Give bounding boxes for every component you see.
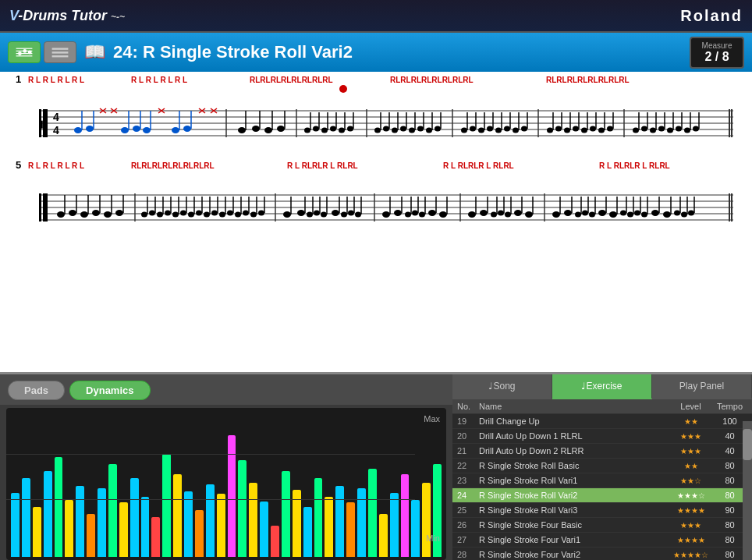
svg-point-158 (69, 210, 76, 216)
svg-point-233 (439, 211, 447, 218)
svg-point-91 (461, 128, 467, 133)
list-item[interactable]: 21 Drill Auto Up Down 2 RLRR ★★★ 40 (452, 444, 752, 459)
list-item[interactable]: 22 R Single Stroke Roll Basic ★★ 80 (452, 459, 752, 473)
svg-point-261 (598, 210, 606, 216)
view-tabs (8, 41, 76, 63)
scrollbar[interactable] (743, 421, 752, 560)
svg-point-133 (667, 128, 673, 133)
svg-point-67 (330, 126, 336, 132)
pads-tab[interactable]: Pads (8, 381, 65, 400)
svg-point-277 (674, 211, 680, 216)
svg-point-202 (283, 211, 291, 218)
svg-point-164 (104, 211, 112, 218)
svg-point-84 (417, 126, 424, 132)
song-name: Drill Auto Up Down 1 RLRL (479, 431, 669, 441)
list-item[interactable]: 19 Drill Change Up ★★ 100 (452, 414, 752, 429)
list-item[interactable]: 24 R Single Stroke Roll Vari2 ★★★☆ 80 (452, 488, 752, 503)
svg-point-281 (688, 211, 694, 216)
svg-point-56 (264, 127, 272, 133)
svg-point-80 (400, 126, 406, 132)
list-item[interactable]: 28 R Single Stroke Four Vari2 ★★★★☆ 80 (452, 548, 752, 558)
song-level: ★★★ (669, 432, 712, 441)
song-name: R Single Stroke Four Vari1 (479, 535, 669, 544)
chart-bar (184, 491, 193, 557)
svg-point-223 (394, 210, 402, 216)
song-list-header: No. Name Level Tempo (452, 399, 752, 414)
play-panel-tab[interactable]: Play Panel (652, 374, 752, 399)
measure-box: Measure 2 / 8 (690, 37, 744, 69)
song-name: R Single Stroke Four Basic (479, 520, 669, 530)
svg-point-204 (297, 210, 305, 216)
song-level: ★★★★☆ (669, 551, 712, 559)
svg-point-114 (573, 126, 579, 132)
chart-bar (260, 502, 268, 557)
svg-point-210 (321, 212, 327, 218)
list-item[interactable]: 25 R Single Stroke Roll Vari3 ★★★★ 90 (452, 503, 752, 518)
svg-point-105 (521, 126, 527, 132)
song-number: 27 (457, 535, 479, 544)
logo-area: V-Drums Tutor ~-~ (9, 8, 125, 24)
song-number: 22 (457, 461, 479, 470)
svg-text:5: 5 (16, 159, 21, 171)
svg-point-71 (347, 126, 353, 132)
svg-text:4: 4 (53, 124, 59, 136)
svg-point-173 (157, 212, 163, 218)
song-name: R Single Stroke Roll Vari2 (479, 491, 669, 500)
svg-point-267 (627, 212, 633, 218)
svg-point-120 (598, 128, 605, 133)
chart-bar (314, 478, 323, 557)
svg-point-242 (498, 211, 504, 216)
svg-point-52 (238, 127, 246, 133)
svg-point-257 (582, 211, 588, 216)
left-panel: Pads Dynamics Max Min Clear (0, 374, 452, 560)
svg-rect-154 (39, 193, 41, 222)
svg-point-160 (80, 211, 88, 218)
svg-text:RLRLRLRLRLRLRLRL: RLRLRLRLRLRLRLRL (131, 161, 215, 170)
list-view-tab[interactable] (44, 41, 76, 63)
svg-point-255 (575, 212, 581, 218)
song-tab[interactable]: ♩Song (452, 374, 552, 399)
svg-point-101 (504, 126, 510, 132)
chart-bar (238, 460, 247, 557)
svg-point-271 (641, 212, 647, 218)
header-level: Level (669, 402, 712, 411)
svg-point-5 (23, 49, 27, 53)
list-item[interactable]: 27 R Single Stroke Four Vari1 ★★★★ 80 (452, 533, 752, 548)
chart-bar (151, 517, 160, 557)
exercise-tab[interactable]: ♩Exercise (552, 374, 652, 399)
notation-view-tab[interactable] (8, 41, 41, 63)
svg-point-27 (74, 127, 82, 133)
svg-point-177 (172, 212, 179, 218)
list-item[interactable]: 26 R Single Stroke Four Basic ★★★ 80 (452, 518, 752, 533)
svg-text:R  L  RLRLR  L  RLRL: R L RLRLR L RLRL (599, 161, 670, 170)
svg-rect-24 (43, 109, 48, 137)
chart-bar (130, 478, 139, 557)
svg-text:RLRLRLRLRLRLRLRL: RLRLRLRLRLRLRLRL (250, 76, 333, 84)
book-icon: 📖 (84, 42, 105, 62)
svg-text:R  L  RLRLR  L  RLRL: R L RLRLR L RLRL (443, 161, 514, 170)
svg-point-279 (681, 212, 687, 218)
svg-point-253 (564, 210, 572, 216)
chart-bar (390, 493, 399, 557)
list-item[interactable]: 20 Drill Auto Up Down 1 RLRL ★★★ 40 (452, 429, 752, 444)
svg-point-139 (693, 126, 699, 132)
svg-point-82 (409, 128, 415, 133)
bottom-panel: Pads Dynamics Max Min Clear ♩Song ♩Exerc… (0, 374, 752, 560)
list-item[interactable]: 23 R Single Stroke Roll Vari1 ★★☆ 80 (452, 473, 752, 488)
song-name: R Single Stroke Roll Vari3 (479, 505, 669, 515)
svg-point-236 (468, 211, 476, 218)
song-name: Drill Auto Up Down 2 RLRR (479, 446, 669, 455)
svg-point-129 (650, 128, 656, 133)
song-level: ★★ (669, 417, 712, 426)
svg-point-171 (149, 211, 155, 216)
header-no: No. (457, 402, 479, 411)
svg-text:R  L  R  L  R  L  R  L: R L R L R L R L (28, 76, 84, 84)
chart-bar (87, 514, 95, 557)
song-number: 21 (457, 446, 479, 455)
chart-bar (282, 471, 290, 557)
svg-point-116 (581, 128, 587, 133)
dynamics-chart: Max Min (6, 408, 446, 560)
dynamics-tab[interactable]: Dynamics (69, 381, 150, 400)
svg-point-78 (392, 128, 398, 133)
svg-point-206 (307, 212, 313, 218)
